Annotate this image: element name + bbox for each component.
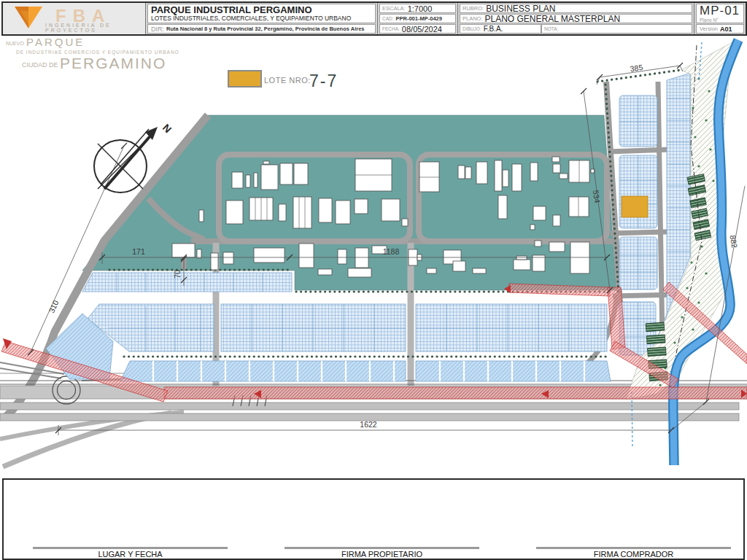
drawing-info-cell: RUBRO: BUSINESS PLAN PLANO: PLANO GENERA… — [458, 3, 694, 34]
wm-nuevo: NUEVO — [6, 41, 24, 46]
cad-row: CAD: PPR-001-MP-0429 — [379, 14, 456, 23]
version-label: Version — [700, 26, 718, 32]
cad-label: CAD: — [382, 16, 394, 21]
fecha-value: 08/05/2024 — [402, 25, 442, 34]
dibujo-field: DIBUJO: F.B.A. — [460, 24, 541, 34]
project-subtitle: LOTES INDUSTRIALES, COMERCIALES, Y EQUIP… — [151, 15, 372, 22]
signature-label-owner: FIRMA PROPIETARIO — [285, 550, 479, 559]
sheet-number-box: MP-01 Plano N° — [696, 4, 744, 23]
title-block: FBA INGENIERIA DE PROYECTOS PARQUE INDUS… — [1, 1, 747, 36]
legend-swatch — [228, 71, 261, 87]
legend-label: LOTE NRO: — [264, 76, 311, 85]
project-watermark: NUEVO PARQUE DE INDUSTRIAS COMERCIOS Y E… — [6, 36, 179, 71]
dim-1622: 1622 — [360, 420, 377, 429]
dir-label: DIR: — [151, 26, 164, 33]
signature-line-place-date — [33, 547, 228, 549]
dim-310: 310 — [47, 299, 60, 314]
plano-value: PLANO GENERAL MASTERPLAN — [485, 14, 621, 23]
rubro-row: RUBRO: BUSINESS PLAN — [460, 4, 692, 13]
address-row: DIR: Ruta Nacional 8 y Ruta Provincial 3… — [147, 24, 376, 34]
dim-534: 534 — [592, 190, 602, 203]
signature-line-owner — [285, 547, 479, 549]
dim-171: 171 — [132, 247, 145, 256]
fecha-row: FECHA: 08/05/2024 — [379, 24, 456, 34]
sheet-number: MP-01 — [700, 4, 740, 18]
logo-cell: FBA INGENIERIA DE PROYECTOS — [3, 3, 146, 34]
dim-70: 70 — [173, 270, 182, 279]
nota-field: NOTA: — [541, 24, 692, 34]
plan-sheet: FBA INGENIERIA DE PROYECTOS PARQUE INDUS… — [0, 0, 747, 560]
cad-value: PPR-001-MP-0429 — [396, 15, 442, 22]
sheet-number-label: Plano N° — [700, 18, 740, 23]
signature-line-buyer — [536, 547, 731, 549]
dibujo-label: DIBUJO: — [462, 26, 481, 31]
fecha-label: FECHA: — [382, 26, 400, 31]
project-title-cell: PARQUE INDUSTRIAL PERGAMINO LOTES INDUST… — [146, 3, 378, 34]
masterplan-drawing: 385 534 882 310 171 1188 70 1622 N NUEVO… — [0, 0, 747, 560]
dim-385: 385 — [630, 63, 643, 73]
dibujo-value: F.B.A. — [484, 25, 503, 33]
legend: LOTE NRO: 7-7 — [228, 71, 338, 90]
logo-tagline: INGENIERIA DE PROYECTOS — [45, 23, 145, 33]
project-title: PARQUE INDUSTRIAL PERGAMINO — [151, 5, 372, 15]
scale-cell: ESCALA: 1:7000 CAD: PPR-001-MP-0429 FECH… — [378, 3, 458, 34]
signature-block: LUGAR Y FECHA FIRMA PROPIETARIO FIRMA CO… — [2, 478, 745, 560]
signature-label-buyer: FIRMA COMPRADOR — [536, 550, 731, 559]
dim-882: 882 — [729, 235, 740, 249]
rubro-label: RUBRO: — [462, 5, 484, 12]
escala-row: ESCALA: 1:7000 — [379, 4, 456, 13]
wm-ciudad-de: CIUDAD DE — [22, 61, 58, 69]
company-logo-icon — [15, 7, 42, 31]
dim-1188: 1188 — [383, 247, 400, 256]
wm-parque: PARQUE — [26, 36, 85, 48]
highlighted-lot-7-7 — [622, 196, 648, 217]
legend-lot-number: 7-7 — [309, 71, 338, 90]
nota-label: NOTA: — [544, 26, 558, 31]
plano-label: PLANO: — [462, 15, 483, 22]
wm-pergamino: PERGAMINO — [60, 55, 166, 71]
rubro-value: BUSINESS PLAN — [486, 4, 555, 13]
dir-value: Ruta Nacional 8 y Ruta Provincial 32, Pe… — [166, 26, 364, 32]
escala-value: 1:7000 — [408, 4, 433, 13]
dibujo-nota-row: DIBUJO: F.B.A. NOTA: — [460, 24, 692, 34]
sheet-number-cell: MP-01 Plano N° Version A01 — [694, 3, 746, 34]
escala-label: ESCALA: — [382, 5, 406, 12]
version-row: Version A01 — [696, 24, 744, 34]
version-value: A01 — [720, 26, 732, 33]
project-title-box: PARQUE INDUSTRIAL PERGAMINO LOTES INDUST… — [147, 4, 376, 23]
compass-north-label: N — [160, 122, 174, 135]
signature-label-place-date: LUGAR Y FECHA — [33, 550, 228, 559]
plano-row: PLANO: PLANO GENERAL MASTERPLAN — [460, 14, 692, 23]
